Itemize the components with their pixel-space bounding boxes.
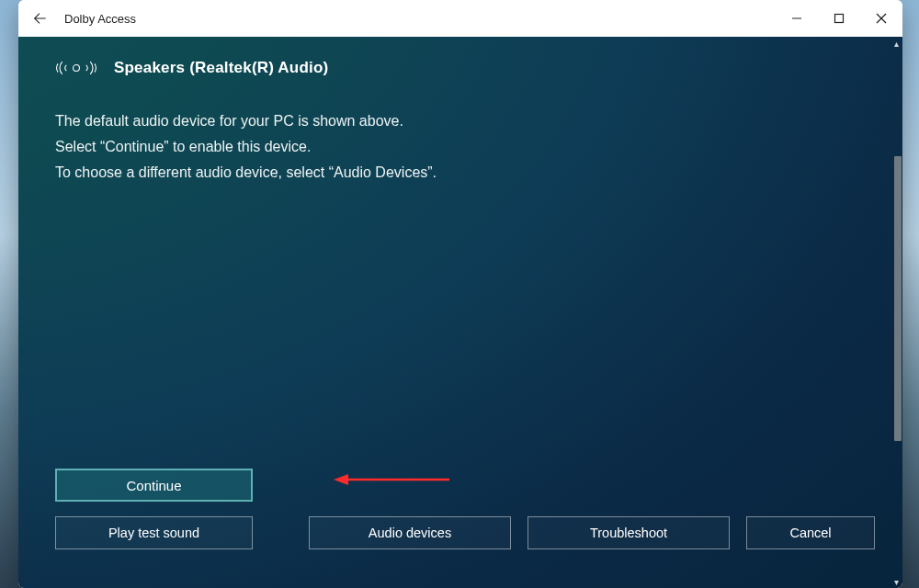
minimize-icon (791, 13, 802, 24)
svg-point-5 (74, 65, 80, 72)
titlebar: Dolby Access (18, 0, 902, 37)
maximize-button[interactable] (818, 0, 860, 37)
instruction-line-1: The default audio device for your PC is … (55, 108, 875, 134)
maximize-icon (834, 13, 845, 24)
instruction-line-3: To choose a different audio device, sele… (55, 160, 875, 186)
back-arrow-icon (32, 11, 47, 26)
vertical-scrollbar[interactable]: ▴ ▾ (890, 37, 902, 588)
window-title: Dolby Access (64, 12, 136, 26)
continue-button[interactable]: Continue (55, 469, 253, 502)
app-window: Dolby Access (18, 0, 902, 588)
annotation-arrow (334, 470, 453, 489)
instruction-line-2: Select “Continue” to enable this device. (55, 134, 875, 160)
default-device-row: Speakers (Realtek(R) Audio) (55, 51, 875, 85)
close-button[interactable] (860, 0, 902, 37)
back-button[interactable] (18, 0, 61, 37)
troubleshoot-button[interactable]: Troubleshoot (528, 516, 730, 549)
scrollbar-down-arrow-icon[interactable]: ▾ (891, 575, 902, 588)
cancel-button[interactable]: Cancel (746, 516, 875, 549)
scrollbar-thumb[interactable] (894, 156, 902, 441)
play-test-sound-button[interactable]: Play test sound (55, 516, 253, 549)
speaker-icon (55, 57, 97, 79)
svg-rect-2 (835, 15, 844, 23)
close-icon (876, 13, 887, 24)
audio-devices-button[interactable]: Audio devices (309, 516, 511, 549)
svg-marker-7 (334, 474, 348, 485)
minimize-button[interactable] (776, 0, 818, 37)
scrollbar-up-arrow-icon[interactable]: ▴ (891, 37, 902, 50)
content-pane: Speakers (Realtek(R) Audio) The default … (18, 37, 902, 588)
default-device-name: Speakers (Realtek(R) Audio) (114, 59, 328, 77)
